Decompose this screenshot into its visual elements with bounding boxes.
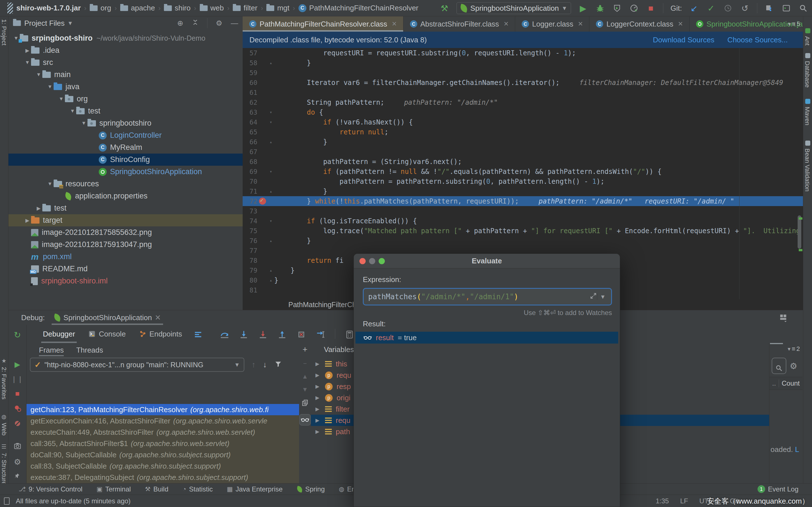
download-sources-link[interactable]: Download Sources [653, 36, 714, 44]
tree-arrow[interactable]: ▶ [35, 205, 42, 212]
tree-row-MyRealm[interactable]: CMyRealm [8, 142, 243, 154]
tree-arrow[interactable]: ▼ [24, 60, 31, 65]
profiler-button[interactable] [629, 3, 639, 13]
expand-icon[interactable] [590, 292, 597, 301]
navigation-breadcrumb[interactable]: shiro-web-1.7.0.jar›org›apache›shiro›web… [16, 4, 419, 12]
chevron-right-icon[interactable]: ▶ [315, 417, 321, 424]
vcs-rollback-icon[interactable]: ↺ [740, 3, 750, 13]
stop-button[interactable]: ■ [646, 3, 656, 13]
tree-row-srpingboot-shiro.iml[interactable]: srpingboot-shiro.iml [8, 275, 243, 287]
tree-row-target[interactable]: ▶target [8, 214, 243, 226]
chevron-right-icon[interactable]: ▶ [315, 361, 321, 367]
frames-tab-Frames[interactable]: Frames [39, 344, 64, 356]
code-line-75[interactable]: 75 log.trace("Matched path pattern [" + … [243, 226, 803, 236]
minimize-window-button[interactable] [369, 258, 375, 264]
debugger-tab-Endpoints[interactable]: Endpoints [137, 325, 184, 343]
breakpoint-verified-icon[interactable] [259, 198, 266, 205]
tree-arrow[interactable]: ▼ [35, 72, 42, 78]
frames-tab-Threads[interactable]: Threads [76, 344, 103, 356]
zoom-window-button[interactable] [379, 258, 385, 264]
tool-window-button-Database[interactable]: Database [804, 61, 811, 88]
pause-icon[interactable]: ❘❘ [11, 375, 23, 383]
tree-row-LoginController[interactable]: CLoginController [8, 129, 243, 142]
run-button[interactable]: ▶ [578, 3, 588, 13]
code-line-62[interactable]: 62 String pathPattern;pathPattern: "/adm… [243, 97, 803, 107]
tree-arrow[interactable]: ▼ [46, 181, 54, 187]
stack-frame[interactable]: doCall:90, SubjectCallable(org.apache.sh… [26, 449, 299, 460]
prev-frame-icon[interactable]: ↑ [252, 360, 256, 369]
vcs-update-icon[interactable]: ↙ [689, 3, 699, 13]
project-view-select[interactable]: Project Files [24, 19, 65, 28]
editor-tab-LoggerContext.class[interactable]: CLoggerContext.class✕ [589, 16, 689, 32]
build-hammer-icon[interactable]: ⚒ [440, 3, 449, 13]
tree-row-java[interactable]: ▼java [8, 81, 243, 93]
tool-window-button-2: Favorites[interactable]: 2: Favorites [0, 367, 8, 399]
code-line-70[interactable]: 70 pathPattern = pathPattern.substring(0… [243, 176, 803, 186]
code-line-67[interactable]: 67 [243, 147, 803, 157]
hidden-tabs-button[interactable]: ▾ ≡ 5 [788, 16, 800, 32]
tool-window-button-Build[interactable]: ⚒Build [145, 485, 169, 493]
fold-marker[interactable]: ▴ [267, 139, 274, 145]
memory-load-link[interactable]: L [795, 445, 799, 454]
stack-frame[interactable]: executeChain:449, AbstractShiroFilter(or… [26, 427, 299, 438]
drop-frame-icon[interactable] [297, 329, 306, 339]
force-step-into-icon[interactable] [258, 329, 268, 339]
code-line-57[interactable]: 57 requestURI = requestURI.substring(0, … [243, 48, 803, 58]
breadcrumb-item-web[interactable]: web [200, 4, 224, 12]
tree-row-image-20210128175855632.png[interactable]: image-20210128175855632.png [8, 226, 243, 238]
evaluate-dialog-titlebar[interactable]: Evaluate [354, 254, 620, 269]
line-ending[interactable]: LF [680, 497, 688, 505]
tool-window-button-Java Enterprise[interactable]: ▦Java Enterprise [227, 485, 283, 493]
code-line-74[interactable]: 74▾ if (log.isTraceEnabled()) { [243, 216, 803, 226]
tool-window-button-1: Project[interactable]: 1: Project [0, 19, 8, 46]
chevron-down-icon[interactable]: ▼ [67, 20, 73, 26]
tree-row-org[interactable]: ▼org [8, 93, 243, 105]
thread-dump-icon[interactable] [13, 442, 21, 451]
tree-arrow[interactable]: ▼ [58, 96, 65, 102]
tree-arrow[interactable]: ▶ [24, 217, 31, 224]
resume-icon[interactable]: ▶ [15, 360, 20, 369]
close-icon[interactable]: ✕ [392, 20, 397, 28]
code-line-61[interactable]: 61 [243, 88, 803, 97]
tree-arrow[interactable]: ▼ [69, 108, 76, 114]
step-out-icon[interactable] [277, 329, 287, 339]
tree-row-main[interactable]: ▼main [8, 69, 243, 81]
tool-window-button-Spring[interactable]: Spring [297, 485, 325, 493]
editor-tab-AbstractShiroFilter.class[interactable]: CAbstractShiroFilter.class✕ [403, 16, 515, 32]
fold-marker[interactable]: ▴ [267, 268, 274, 273]
tree-row-src[interactable]: ▼src [8, 56, 243, 69]
tree-row-pom.xml[interactable]: mpom.xml [8, 251, 243, 263]
code-line-60[interactable]: 60 Iterator var6 = filterChainManager.ge… [243, 78, 803, 88]
tree-row-test[interactable]: ▼test [8, 105, 243, 117]
caret-position[interactable]: 1:35 [656, 497, 669, 505]
tool-window-button-Bean Validation[interactable]: Bean Validation [804, 149, 811, 192]
code-line-65[interactable]: 65 return null; [243, 127, 803, 137]
locate-file-icon[interactable]: ⊕ [177, 19, 183, 28]
close-icon[interactable]: ✕ [678, 20, 683, 28]
stack-frame[interactable]: call:365, AbstractShiroFilter$1(org.apac… [26, 438, 299, 449]
view-breakpoints-icon[interactable] [13, 404, 21, 413]
breadcrumb-item-org[interactable]: org [90, 4, 111, 12]
breadcrumb-item-filter[interactable]: filter [233, 4, 257, 12]
debug-session-tab[interactable]: SpringbootShiroApplication ✕ [52, 310, 163, 325]
tree-row-springbootshiro[interactable]: ▼springbootshiro [8, 117, 243, 129]
breadcrumb-item-mgt[interactable]: mgt [266, 4, 289, 12]
fold-marker[interactable]: ▴ [267, 238, 274, 243]
breadcrumb-item-PathMatchingFilterChainResolver[interactable]: CPathMatchingFilterChainResolver [299, 4, 419, 12]
tool-window-button-Maven[interactable]: Maven [804, 107, 811, 125]
expression-input[interactable]: pathMatches("/admin/*","/admin/1") ▼ [363, 288, 612, 305]
debugger-tab-Debugger[interactable]: Debugger [41, 325, 77, 343]
editor-tab-Logger.class[interactable]: CLogger.class✕ [515, 16, 589, 32]
thread-selector[interactable]: ✓ "http-nio-8080-exec-1"...n group "main… [30, 358, 244, 372]
duplicate-icon[interactable] [301, 399, 309, 408]
tool-window-button-Statistic[interactable]: ◔Statistic [183, 485, 213, 493]
stack-frame[interactable]: execute:387, DelegatingSubject(org.apach… [26, 472, 299, 483]
show-execution-point-icon[interactable] [193, 329, 203, 339]
remove-watch-icon[interactable]: − [303, 360, 307, 367]
tool-window-button-En[interactable]: ◍En [339, 485, 356, 493]
tree-row-README.md[interactable]: README.md [8, 263, 243, 275]
tool-window-button-Terminal[interactable]: ▣Terminal [97, 485, 131, 493]
gear-icon[interactable]: ⚙ [216, 19, 222, 28]
debug-settings-gear-icon[interactable]: ⚙ [14, 457, 21, 467]
memory-column-headers[interactable]: .. Count [769, 377, 802, 390]
